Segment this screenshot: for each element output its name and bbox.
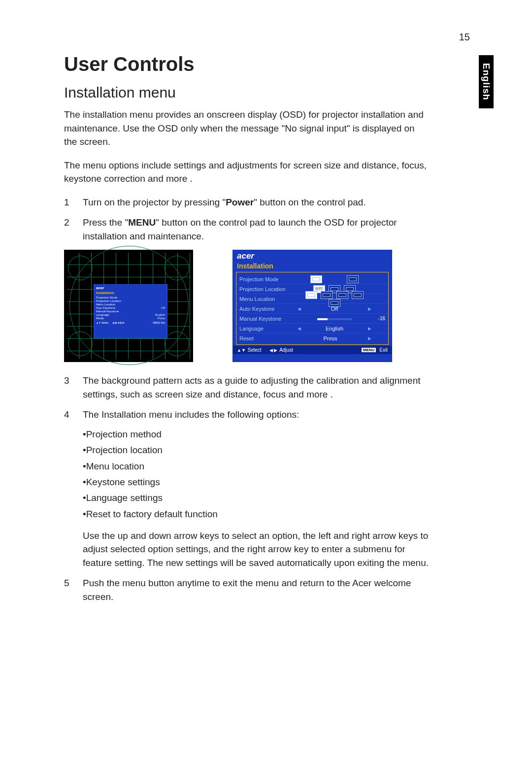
bullet-item: •Language settings [83, 490, 429, 506]
step-4-paragraph: Use the up and down arrow keys to select… [83, 529, 429, 570]
step-4: 4 The Installation menu includes the fol… [64, 408, 429, 569]
osd-value: English [306, 326, 363, 332]
osd-foot-select: Select [248, 347, 262, 353]
mini-osd-foot-exit: MENU Exit [153, 321, 165, 324]
mini-osd-brand: acer [96, 286, 165, 290]
menu-loc-option-icon [336, 291, 348, 299]
osd-foot-adjust: Adjust [279, 347, 293, 353]
mini-osd-row: Auto Keystone [96, 306, 115, 309]
osd-row-reset: Reset Press ▶ [236, 333, 388, 343]
osd-row-auto-keystone: Auto Keystone ◀ Off ▶ [236, 304, 388, 314]
osd-label: Auto Keystone [239, 306, 298, 312]
proj-mode-option-icon [310, 275, 322, 283]
step-1-bold: Power [226, 197, 254, 207]
osd-footer: ▲▼ Select ◀ ▶ Adjust MENU Exit [233, 346, 392, 354]
mini-osd-title: Installation [96, 291, 165, 295]
osd-row-manual-keystone: Manual Keystone -16 [236, 314, 388, 324]
osd-row-menu-location: Menu Location [236, 294, 388, 304]
bullet-item: •Reset to factory default function [83, 506, 429, 522]
step-4-bullets: •Projection method •Projection location … [83, 427, 429, 522]
instruction-list-cont: 3 The background pattern acts as a guide… [64, 374, 429, 603]
osd-label: Reset [239, 335, 298, 341]
arrow-left-icon: ◀ [298, 326, 301, 331]
step-1: 1 Turn on the projector by pressing "Pow… [64, 196, 429, 209]
bullet-item: •Keystone settings [83, 474, 429, 490]
mini-osd-foot-select: ▲▼ Select [96, 321, 108, 324]
osd-value: Off [306, 306, 363, 312]
osd-brand: acer [233, 250, 392, 261]
step-5-text: Push the menu button anytime to exit the… [83, 578, 411, 602]
intro-paragraph-1: The installation menu provides an onscre… [64, 108, 429, 149]
intro-paragraph-2: The menu options include settings and ad… [64, 159, 429, 186]
arrow-right-icon: ▶ [368, 336, 371, 341]
keystone-slider [317, 318, 352, 320]
osd-value: -16 [371, 316, 385, 321]
proj-mode-option-icon [347, 275, 359, 283]
page-number: 15 [459, 32, 470, 43]
menu-button-icon: MENU [362, 348, 376, 352]
document-page: 15 English User Controls Installation me… [0, 0, 532, 763]
mini-osd-row: Reset [96, 317, 104, 320]
mini-osd-row: Language [96, 313, 109, 316]
step-2: 2 Press the "MENU" button on the control… [64, 216, 429, 243]
step-1-text-a: Turn on the projector by pressing " [83, 197, 226, 207]
osd-label: Projection Location [239, 286, 298, 292]
osd-label: Manual Keystone [239, 316, 298, 322]
osd-value: Press [298, 335, 363, 341]
figure-row: acer Installation Projection Mode Projec… [64, 250, 483, 362]
menu-loc-option-icon [352, 291, 364, 299]
bullet-item: •Menu location [83, 459, 429, 474]
step-4-text: The Installation menu includes the follo… [83, 409, 299, 420]
osd-label: Projection Mode [239, 276, 298, 282]
step-5: 5 Push the menu button anytime to exit t… [64, 576, 429, 603]
page-title-h1: User Controls [64, 53, 483, 75]
step-3-text: The background pattern acts as a guide t… [83, 375, 421, 399]
bullet-item: •Projection method [83, 427, 429, 442]
mini-osd-row: Projection Location [96, 299, 121, 302]
arrow-right-icon: ▶ [368, 306, 371, 311]
osd-label: Menu Location [239, 296, 298, 302]
section-title-h2: Installation menu [64, 84, 483, 101]
mini-osd-row: Manual Keystone [96, 310, 119, 313]
arrow-left-right-icon: ◀ ▶ [269, 348, 278, 353]
step-2-text-a: Press the " [83, 217, 128, 228]
step-2-bold: MENU [128, 217, 156, 228]
step-1-text-b: " button on the control pad. [254, 197, 366, 207]
language-tab: English [479, 55, 494, 108]
mini-osd-row: Menu Location [96, 303, 115, 306]
osd-row-projection-mode: Projection Mode [236, 274, 388, 284]
instruction-list: 1 Turn on the projector by pressing "Pow… [64, 196, 429, 243]
mini-osd-foot-adjust: ◀ ▶ Adjust [112, 321, 124, 324]
mini-osd-overlay: acer Installation Projection Mode Projec… [94, 284, 167, 338]
bullet-item: •Projection location [83, 442, 429, 458]
step-3: 3 The background pattern acts as a guide… [64, 374, 429, 401]
osd-figure: acer Installation Projection Mode Projec… [233, 250, 392, 362]
osd-label: Language [239, 326, 298, 332]
osd-title: Installation [233, 261, 392, 272]
calibration-grid-figure: acer Installation Projection Mode Projec… [64, 250, 193, 362]
arrow-left-icon: ◀ [298, 306, 301, 311]
arrow-right-icon: ▶ [368, 326, 371, 331]
menu-loc-option-icon [305, 291, 317, 299]
arrow-up-down-icon: ▲▼ [237, 348, 246, 353]
menu-loc-option-icon [321, 291, 332, 299]
osd-row-language: Language ◀ English ▶ [236, 324, 388, 333]
mini-osd-row: Projection Mode [96, 296, 117, 299]
osd-highlight-frame: Projection Mode Projection Location AUTO [236, 272, 389, 345]
osd-foot-exit: Exit [379, 347, 388, 353]
